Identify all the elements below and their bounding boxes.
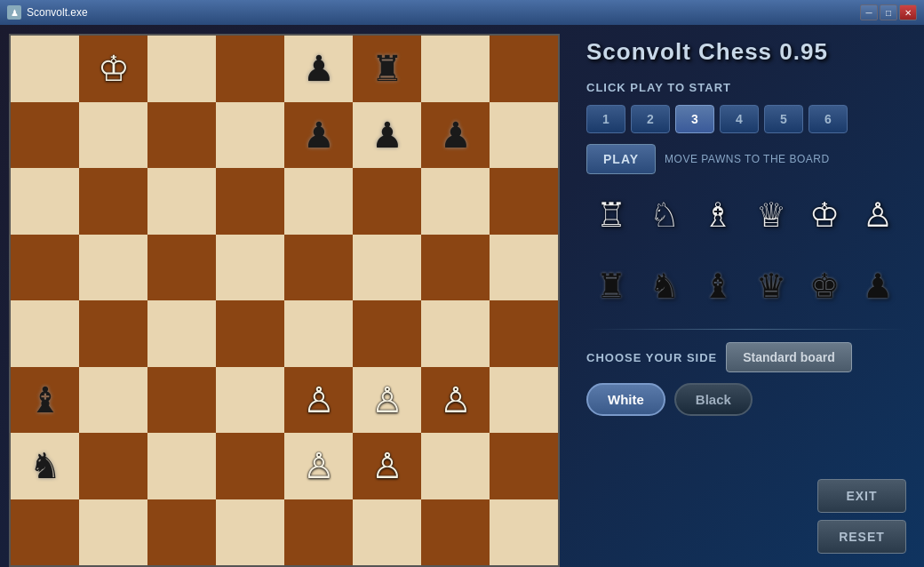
cell-5-7[interactable] [490, 367, 558, 434]
cell-6-0[interactable]: ♞ [11, 433, 79, 499]
cell-6-3[interactable] [216, 433, 284, 499]
app-icon: ♟ [7, 5, 21, 20]
cell-1-2[interactable] [147, 102, 216, 169]
cell-5-0[interactable]: ♝ [11, 367, 79, 434]
cell-5-1[interactable] [79, 367, 147, 434]
cell-3-4[interactable] [284, 235, 353, 301]
cell-6-7[interactable] [490, 433, 558, 499]
cell-2-2[interactable] [147, 168, 216, 235]
cell-3-1[interactable] [79, 235, 147, 301]
cell-7-6[interactable] [421, 499, 490, 566]
white-gallery-piece-3[interactable]: ♕ [746, 188, 796, 242]
cell-0-7[interactable] [490, 36, 558, 102]
cell-2-4[interactable] [284, 168, 353, 235]
cell-6-5[interactable]: ♙ [353, 433, 421, 499]
black-gallery-piece-4[interactable]: ♚ [800, 260, 849, 313]
cell-7-3[interactable] [216, 499, 284, 566]
cell-3-2[interactable] [147, 235, 216, 301]
difficulty-button-1[interactable]: 1 [586, 105, 625, 133]
cell-0-3[interactable] [216, 36, 284, 102]
piece-pawn-black: ♟ [303, 51, 335, 86]
black-gallery-piece-3[interactable]: ♛ [746, 260, 796, 313]
cell-2-6[interactable] [421, 168, 490, 235]
cell-1-3[interactable] [216, 102, 284, 169]
cell-2-7[interactable] [490, 168, 558, 235]
cell-2-3[interactable] [216, 168, 284, 235]
cell-3-5[interactable] [353, 235, 421, 301]
cell-1-7[interactable] [490, 102, 558, 169]
chess-board[interactable]: ♔♟♜♟♟♟♝♙♙♙♞♙♙ [9, 34, 560, 567]
cell-4-4[interactable] [284, 300, 353, 367]
cell-1-1[interactable] [79, 102, 147, 169]
cell-5-6[interactable]: ♙ [421, 367, 490, 434]
difficulty-button-2[interactable]: 2 [631, 105, 670, 133]
cell-0-5[interactable]: ♜ [353, 36, 421, 102]
cell-5-2[interactable] [147, 367, 216, 434]
cell-4-3[interactable] [216, 300, 284, 367]
maximize-button[interactable]: □ [880, 4, 897, 20]
cell-3-7[interactable] [490, 235, 558, 301]
cell-6-1[interactable] [79, 433, 147, 499]
cell-4-5[interactable] [353, 300, 421, 367]
white-side-button[interactable]: White [586, 383, 665, 416]
cell-3-3[interactable] [216, 235, 284, 301]
cell-0-1[interactable]: ♔ [79, 36, 147, 102]
piece-pawn-white: ♙ [371, 448, 403, 483]
cell-0-2[interactable] [147, 36, 216, 102]
white-gallery-piece-2[interactable]: ♗ [693, 188, 743, 242]
choose-side-section: CHOOSE YOUR SIDE Standard board [586, 342, 906, 372]
cell-1-5[interactable]: ♟ [353, 102, 421, 169]
cell-4-0[interactable] [11, 300, 79, 367]
cell-7-0[interactable] [11, 499, 79, 566]
cell-1-4[interactable]: ♟ [284, 102, 353, 169]
play-button[interactable]: PLAY [586, 144, 656, 174]
cell-0-6[interactable] [421, 36, 490, 102]
minimize-button[interactable]: ─ [860, 4, 878, 20]
white-gallery-piece-5[interactable]: ♙ [853, 188, 903, 242]
cell-4-2[interactable] [147, 300, 216, 367]
cell-5-5[interactable]: ♙ [353, 367, 421, 434]
cell-6-2[interactable] [147, 433, 216, 499]
reset-button[interactable]: RESET [817, 520, 906, 554]
piece-pawn-black: ♟ [440, 117, 472, 153]
cell-5-3[interactable] [216, 367, 284, 434]
cell-2-0[interactable] [11, 168, 79, 235]
cell-1-6[interactable]: ♟ [421, 102, 490, 169]
cell-2-5[interactable] [353, 168, 421, 235]
cell-4-7[interactable] [490, 300, 558, 367]
cell-3-6[interactable] [421, 235, 490, 301]
cell-2-1[interactable] [79, 168, 147, 235]
cell-7-2[interactable] [147, 499, 216, 566]
white-gallery-piece-0[interactable]: ♖ [586, 188, 636, 242]
standard-board-button[interactable]: Standard board [726, 342, 851, 372]
black-gallery-piece-0[interactable]: ♜ [586, 260, 636, 313]
cell-6-6[interactable] [421, 433, 490, 499]
cell-3-0[interactable] [11, 235, 79, 301]
cell-1-0[interactable] [11, 102, 79, 169]
cell-7-4[interactable] [284, 499, 353, 566]
difficulty-button-6[interactable]: 6 [808, 105, 848, 133]
difficulty-button-3[interactable]: 3 [675, 105, 714, 133]
title-bar-controls[interactable]: ─ □ ✕ [860, 4, 917, 20]
cell-7-1[interactable] [79, 499, 147, 566]
exit-button[interactable]: EXIT [817, 479, 906, 513]
close-button[interactable]: ✕ [899, 4, 917, 20]
difficulty-button-5[interactable]: 5 [764, 105, 803, 133]
difficulty-button-4[interactable]: 4 [720, 105, 759, 133]
black-gallery-piece-5[interactable]: ♟ [853, 260, 903, 313]
cell-0-0[interactable] [11, 36, 79, 102]
black-gallery-piece-1[interactable]: ♞ [640, 260, 689, 313]
white-gallery-piece-1[interactable]: ♘ [640, 188, 689, 242]
cell-7-7[interactable] [490, 499, 558, 566]
cell-4-6[interactable] [421, 300, 490, 367]
white-pieces-gallery: ♖♘♗♕♔♙ [586, 185, 906, 245]
cell-0-4[interactable]: ♟ [284, 36, 353, 102]
cell-6-4[interactable]: ♙ [284, 433, 353, 499]
black-gallery-piece-2[interactable]: ♝ [693, 260, 743, 313]
click-to-start-label: CLICK PLAY TO START [586, 81, 906, 94]
black-side-button[interactable]: Black [674, 383, 753, 416]
cell-7-5[interactable] [353, 499, 421, 566]
cell-5-4[interactable]: ♙ [284, 367, 353, 434]
white-gallery-piece-4[interactable]: ♔ [800, 188, 849, 242]
cell-4-1[interactable] [79, 300, 147, 367]
